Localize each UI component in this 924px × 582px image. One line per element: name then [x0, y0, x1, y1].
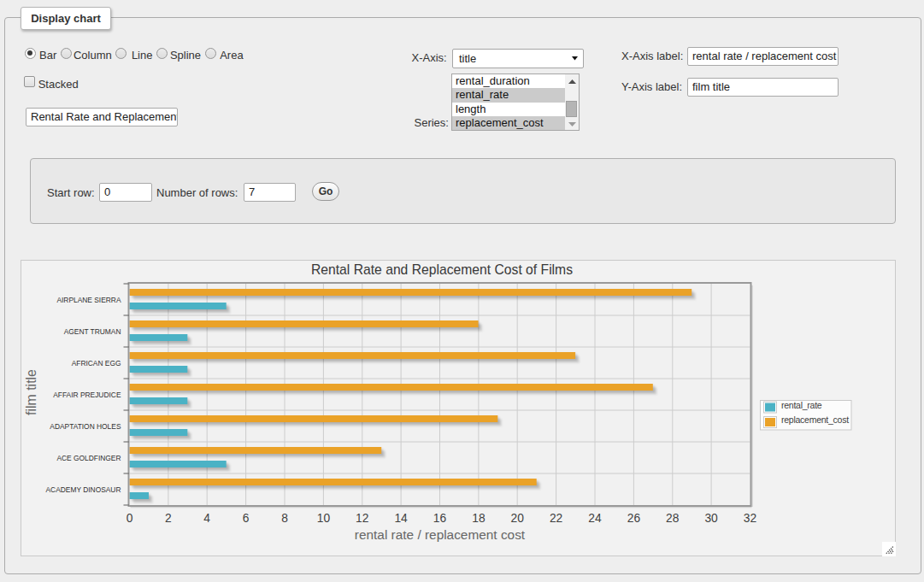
svg-text:20: 20 [511, 512, 525, 525]
svg-text:AFFAIR PREJUDICE: AFFAIR PREJUDICE [53, 390, 121, 399]
svg-text:12: 12 [356, 512, 368, 525]
svg-text:ACE GOLDFINGER: ACE GOLDFINGER [56, 453, 121, 462]
svg-text:4: 4 [203, 512, 210, 525]
svg-text:AGENT TRUMAN: AGENT TRUMAN [64, 326, 121, 336]
svg-text:24: 24 [588, 512, 602, 525]
svg-text:0: 0 [127, 512, 133, 525]
svg-text:Rental Rate and Replacement Co: Rental Rate and Replacement Cost of Film… [311, 262, 573, 277]
svg-text:AFRICAN EGG: AFRICAN EGG [72, 358, 121, 367]
svg-text:ADAPTATION HOLES: ADAPTATION HOLES [50, 421, 121, 431]
svg-text:28: 28 [666, 512, 680, 525]
svg-text:ACADEMY DINOSAUR: ACADEMY DINOSAUR [46, 485, 121, 494]
svg-text:rental_rate: rental_rate [781, 400, 822, 410]
svg-text:18: 18 [472, 512, 486, 525]
svg-text:6: 6 [243, 512, 250, 525]
svg-text:8: 8 [281, 512, 288, 525]
svg-text:10: 10 [317, 512, 331, 525]
svg-text:rental rate / replacement cost: rental rate / replacement cost [355, 527, 526, 542]
svg-text:2: 2 [165, 512, 172, 525]
svg-text:film title: film title [24, 369, 38, 415]
svg-text:replacement_cost: replacement_cost [781, 414, 849, 425]
svg-text:30: 30 [704, 512, 718, 525]
svg-text:32: 32 [744, 512, 756, 525]
svg-text:16: 16 [433, 512, 447, 525]
svg-text:26: 26 [627, 512, 641, 525]
svg-text:14: 14 [394, 512, 408, 525]
svg-text:22: 22 [550, 512, 562, 525]
svg-text:AIRPLANE SIERRA: AIRPLANE SIERRA [56, 295, 121, 304]
